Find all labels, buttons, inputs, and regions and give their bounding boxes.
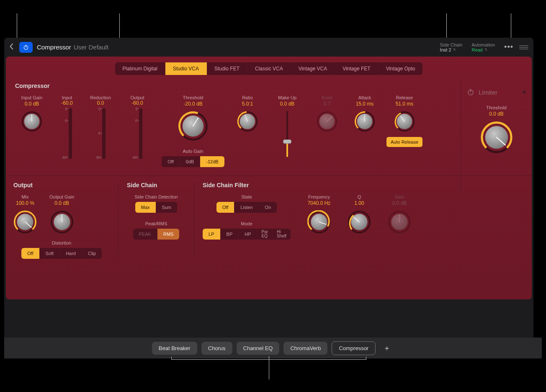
mode-segmented: LPBPHPParEQHiShelf bbox=[203, 229, 291, 240]
section-title-sidechain: Side Chain bbox=[127, 182, 185, 188]
power-icon bbox=[23, 44, 29, 50]
makeup-slider[interactable] bbox=[283, 111, 291, 157]
plugin-power-button[interactable] bbox=[19, 42, 33, 53]
model-tab[interactable]: Studio FET bbox=[207, 62, 247, 75]
more-menu-button[interactable]: ••• bbox=[504, 43, 513, 52]
segment-option[interactable]: Max bbox=[135, 202, 156, 213]
segment-option[interactable]: HP bbox=[239, 229, 257, 240]
autogain-segmented: Off0dB-12dB bbox=[162, 156, 224, 167]
param-label: Frequency bbox=[307, 194, 331, 199]
auto-release-button[interactable]: Auto Release bbox=[386, 137, 422, 147]
param-value[interactable]: 0.0 dB bbox=[13, 101, 50, 107]
model-tab[interactable]: Vintage VCA bbox=[291, 62, 335, 75]
updown-icon: ⇅ bbox=[484, 48, 487, 52]
param-value[interactable]: 15.0 ms bbox=[346, 101, 384, 107]
limiter-title: Limiter bbox=[479, 89, 497, 96]
distortion-label: Distortion bbox=[13, 240, 110, 245]
model-tab[interactable]: Vintage Opto bbox=[379, 62, 423, 75]
release-knob[interactable] bbox=[394, 111, 415, 132]
param-label: Threshold bbox=[467, 105, 526, 110]
model-tab[interactable]: Vintage FET bbox=[335, 62, 378, 75]
segment-option[interactable]: Soft bbox=[40, 248, 60, 259]
threshold-knob[interactable] bbox=[178, 111, 208, 141]
segment-option[interactable]: LP bbox=[203, 229, 220, 240]
param-value: 0.0 dB bbox=[388, 200, 411, 206]
segment-option[interactable]: Listen bbox=[234, 202, 259, 213]
param-value[interactable]: 0.0 dB bbox=[467, 111, 526, 117]
ratio-knob[interactable] bbox=[237, 111, 258, 132]
param-value[interactable]: 51.0 ms bbox=[384, 101, 425, 107]
param-value: 0.0 bbox=[88, 100, 113, 106]
q-knob[interactable] bbox=[348, 210, 371, 234]
segment-option[interactable]: 0dB bbox=[180, 156, 201, 167]
plugin-pill[interactable]: ChromaVerb bbox=[283, 342, 327, 355]
segment-option[interactable]: PEAK bbox=[133, 229, 157, 240]
peakrms-segmented: PEAKRMS bbox=[133, 229, 180, 240]
plugin-pill[interactable]: Channel EQ bbox=[237, 342, 280, 355]
param-label: Ratio bbox=[229, 95, 266, 100]
model-tab[interactable]: Platinum Digital bbox=[115, 62, 165, 75]
preset-name[interactable]: User Default bbox=[74, 44, 108, 51]
segment-option[interactable]: RMS bbox=[157, 229, 179, 240]
peakrms-label: Peak/RMS bbox=[127, 221, 185, 226]
automation-selector[interactable]: Automation Read⇅ bbox=[471, 42, 495, 52]
plugin-header: Compressor User Default Side Chain Inst … bbox=[4, 38, 533, 57]
segment-option[interactable]: Off bbox=[216, 202, 234, 213]
detection-label: Side Chain Detection bbox=[127, 194, 185, 199]
param-value: -60.0 bbox=[54, 100, 80, 106]
mode-label: Mode bbox=[203, 221, 291, 226]
segment-option[interactable]: Off bbox=[21, 248, 39, 259]
sidechain-selector[interactable]: Side Chain Inst 2⇅ bbox=[440, 42, 463, 52]
state-segmented: OffListenOn bbox=[216, 202, 277, 213]
segment-option[interactable]: Off bbox=[162, 156, 180, 167]
plugin-pill[interactable]: Chorus bbox=[201, 342, 232, 355]
output-gain-knob[interactable] bbox=[50, 210, 74, 234]
callout-line bbox=[171, 357, 172, 359]
back-button[interactable] bbox=[9, 42, 19, 52]
param-label: Output Gain bbox=[49, 194, 74, 199]
section-title-output: Output bbox=[13, 182, 110, 188]
callout-line bbox=[366, 357, 366, 359]
add-plugin-button[interactable]: ＋ bbox=[380, 341, 394, 355]
segment-option[interactable]: -12dB bbox=[200, 156, 224, 167]
reduction-meter: 0 6 50 bbox=[93, 108, 108, 159]
power-icon[interactable] bbox=[467, 88, 474, 96]
attack-knob[interactable] bbox=[354, 111, 375, 132]
param-label: Reduction bbox=[88, 95, 113, 100]
drag-handle[interactable] bbox=[519, 45, 528, 49]
plugin-pill[interactable]: Compressor bbox=[332, 341, 376, 355]
model-tab[interactable]: Studio VCA bbox=[165, 62, 207, 75]
param-value[interactable]: -20.0 dB bbox=[157, 101, 229, 107]
segment-option[interactable]: HiShelf bbox=[273, 229, 291, 240]
segment-option[interactable]: BP bbox=[221, 229, 239, 240]
param-value[interactable]: 0.0 dB bbox=[266, 101, 308, 107]
param-value[interactable]: 7040.0 Hz bbox=[307, 200, 331, 206]
section-title-compressor: Compressor bbox=[15, 83, 49, 89]
input-meter: 3 0 -60 bbox=[59, 108, 75, 159]
frequency-knob[interactable] bbox=[307, 210, 331, 234]
output-meter: 3 0 -60 bbox=[130, 108, 145, 159]
param-label: Input bbox=[54, 95, 80, 100]
input-gain-knob[interactable] bbox=[21, 111, 42, 132]
segment-option[interactable]: On bbox=[259, 202, 277, 213]
param-value[interactable]: 1.00 bbox=[348, 200, 371, 206]
param-value[interactable]: 100.0 % bbox=[13, 200, 37, 206]
segment-option[interactable]: Hard bbox=[60, 248, 82, 259]
limiter-threshold-knob[interactable] bbox=[480, 121, 513, 154]
segment-option[interactable]: Sum bbox=[156, 202, 178, 213]
plugin-name[interactable]: Compressor bbox=[37, 44, 71, 51]
param-label: Release bbox=[384, 95, 425, 100]
segment-option[interactable]: ParEQ bbox=[258, 229, 273, 240]
param-label: Input Gain bbox=[13, 95, 50, 100]
param-label: Q bbox=[348, 194, 371, 199]
model-tab[interactable]: Classic VCA bbox=[247, 62, 291, 75]
param-label: Make Up bbox=[266, 95, 308, 100]
param-value[interactable]: 5.0:1 bbox=[229, 101, 266, 107]
segment-option[interactable]: Clip bbox=[82, 248, 102, 259]
mix-knob[interactable] bbox=[13, 210, 37, 234]
plugin-pill[interactable]: Beat Breaker bbox=[152, 342, 197, 355]
plugin-window: Compressor User Default Side Chain Inst … bbox=[4, 38, 533, 358]
limiter-led bbox=[523, 90, 526, 94]
param-label: Knee bbox=[308, 95, 346, 100]
param-value[interactable]: 0.0 dB bbox=[49, 200, 74, 206]
